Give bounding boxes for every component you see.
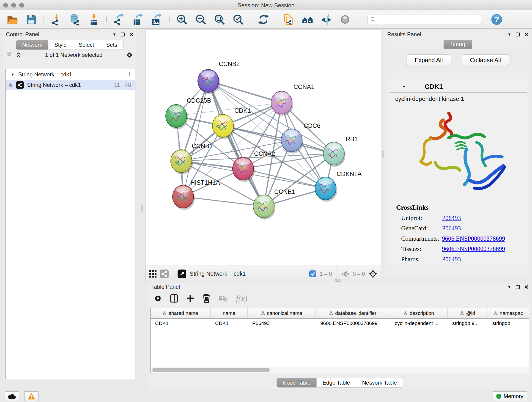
tab-sets[interactable]: Sets bbox=[100, 40, 123, 50]
hide-selected-button[interactable] bbox=[320, 13, 333, 26]
tab-node-table[interactable]: Node Table bbox=[277, 378, 317, 388]
search-field[interactable] bbox=[367, 15, 481, 24]
tab-edge-table[interactable]: Edge Table bbox=[317, 378, 356, 388]
table-cell[interactable]: 9606.ENSP00000378699 bbox=[316, 319, 390, 328]
show-columns-button[interactable] bbox=[170, 294, 178, 303]
column-header-description[interactable]: description bbox=[390, 308, 448, 318]
control-panel-close-icon[interactable]: × bbox=[129, 32, 133, 37]
network-node-ccna1[interactable]: CCNA1 bbox=[271, 83, 315, 116]
results-panel-float-icon[interactable] bbox=[516, 32, 520, 36]
collapse-all-chevron-icon[interactable] bbox=[16, 51, 22, 58]
table-cell[interactable]: cyclin-dependent ... bbox=[390, 319, 448, 328]
refresh-button[interactable] bbox=[257, 13, 270, 26]
delete-column-button[interactable] bbox=[203, 294, 210, 303]
crosslink-link[interactable]: P06493 bbox=[442, 215, 461, 222]
network-edge-hist1h1a-ccne1[interactable] bbox=[183, 197, 264, 206]
string-import-button[interactable] bbox=[282, 13, 295, 26]
network-view-title: String Network – cdk1 bbox=[190, 270, 246, 277]
tab-network[interactable]: Network bbox=[16, 40, 48, 50]
show-graphics-details-button[interactable] bbox=[339, 13, 351, 26]
gene-collapse-icon[interactable]: ▼ bbox=[402, 85, 406, 89]
tab-string[interactable]: String bbox=[443, 40, 472, 49]
tab-style[interactable]: Style bbox=[48, 40, 73, 50]
zoom-fit-button[interactable] bbox=[213, 13, 226, 26]
control-panel-float-icon[interactable] bbox=[121, 32, 125, 36]
network-overview-button[interactable] bbox=[301, 13, 314, 26]
expand-all-button[interactable]: Expand All bbox=[407, 54, 451, 66]
table-cell[interactable]: stringdb:9... bbox=[448, 319, 488, 328]
network-options-gear-icon[interactable] bbox=[126, 51, 133, 58]
control-panel-collapse-icon[interactable]: ▼ bbox=[113, 32, 116, 36]
export-network-button[interactable] bbox=[113, 13, 126, 26]
add-column-button[interactable] bbox=[186, 294, 194, 302]
column-header-namespac[interactable]: namespac bbox=[488, 308, 529, 318]
fit-content-button[interactable] bbox=[177, 269, 186, 279]
import-network-file-button[interactable] bbox=[50, 13, 63, 26]
left-splitter-handle[interactable] bbox=[141, 205, 143, 211]
node-label-cdc6: CDC6 bbox=[304, 122, 321, 129]
crosslink-link[interactable]: 9606.ENSP00000378699 bbox=[442, 235, 505, 242]
zoom-in-button[interactable] bbox=[176, 13, 188, 26]
network-node-cdkn1a[interactable]: CDKN1A bbox=[315, 171, 362, 202]
selected-nodes-checkbox-icon[interactable] bbox=[309, 270, 317, 278]
crosslink-link[interactable]: 9606.ENSP00000378699 bbox=[442, 245, 505, 253]
zoom-out-button[interactable] bbox=[194, 13, 207, 26]
crosslink-link[interactable]: P06493 bbox=[442, 225, 461, 232]
network-node-cdc25b[interactable]: CDC25B bbox=[166, 97, 211, 129]
network-node-ccnb2[interactable]: CCNB2 bbox=[198, 61, 240, 94]
collection-expand-icon[interactable]: ▼ bbox=[11, 73, 15, 77]
table-panel-close-icon[interactable]: × bbox=[524, 284, 528, 290]
column-header--id[interactable]: @id bbox=[448, 308, 488, 318]
table-row[interactable]: CDK1CDK1P064939606.ENSP00000378699cyclin… bbox=[151, 319, 529, 328]
column-header-shared-name[interactable]: shared name bbox=[151, 308, 210, 318]
network-view-type-button[interactable] bbox=[160, 269, 169, 279]
table-options-gear-button[interactable] bbox=[154, 294, 162, 302]
cloud-status-button[interactable] bbox=[5, 391, 19, 401]
table-horizontal-scrollbar[interactable] bbox=[151, 367, 529, 373]
network-node-rb1[interactable]: RB1 bbox=[323, 136, 358, 167]
table-cell[interactable]: CDK1 bbox=[151, 319, 210, 328]
results-panel-collapse-icon[interactable]: ▼ bbox=[507, 32, 511, 36]
export-image-button[interactable] bbox=[150, 13, 163, 26]
hidden-nodes-eye-icon[interactable] bbox=[341, 270, 350, 278]
network-edge-ccnb2-ccne1[interactable] bbox=[208, 81, 264, 206]
warning-status-button[interactable] bbox=[24, 391, 38, 401]
navigator-crosshair-button[interactable] bbox=[368, 269, 378, 279]
table-panel-collapse-icon[interactable]: ▼ bbox=[507, 285, 511, 289]
search-input[interactable] bbox=[376, 15, 479, 24]
column-header-name[interactable]: name bbox=[210, 308, 248, 318]
memory-button[interactable]: Memory bbox=[493, 391, 527, 401]
network-node-ccnb1[interactable]: CCNB1 bbox=[171, 143, 213, 174]
network-node-hist1h1a[interactable]: HIST1H1A bbox=[172, 179, 220, 210]
tab-network-table[interactable]: Network Table bbox=[356, 378, 403, 388]
column-header-canonical-name[interactable]: canonical name bbox=[248, 308, 316, 318]
tab-select[interactable]: Select bbox=[73, 40, 100, 50]
collapse-all-button[interactable]: Collapse All bbox=[462, 54, 509, 66]
export-table-button[interactable] bbox=[132, 13, 144, 26]
results-panel-close-icon[interactable]: × bbox=[524, 32, 528, 37]
open-session-button[interactable] bbox=[6, 13, 19, 26]
crosslink-link[interactable]: P06493 bbox=[442, 256, 461, 263]
network-node-ccne1[interactable]: CCNE1 bbox=[253, 188, 295, 220]
birdseye-view-button[interactable] bbox=[149, 270, 157, 278]
help-button[interactable]: ? bbox=[490, 13, 503, 26]
network-collection-row[interactable]: ▼ String Network – cdk1 1 bbox=[6, 69, 135, 80]
gene-section-header[interactable]: ▼ CDK1 bbox=[390, 81, 527, 93]
right-splitter-handle[interactable] bbox=[382, 151, 384, 158]
table-panel-float-icon[interactable] bbox=[516, 285, 520, 289]
network-canvas[interactable]: CCNB2CCNA1CDC25BCDK1CDC6RB1CCNB1CCNA2CDK… bbox=[146, 30, 381, 265]
save-session-button[interactable] bbox=[25, 13, 38, 26]
expand-all-chevron-icon[interactable] bbox=[6, 51, 12, 58]
import-network-database-button[interactable] bbox=[69, 13, 82, 26]
table-cell[interactable]: stringdb bbox=[488, 319, 529, 328]
bottom-splitter-handle[interactable] bbox=[335, 279, 341, 282]
import-table-file-button[interactable] bbox=[88, 13, 100, 26]
network-edge-ccna2-cdkn1a[interactable] bbox=[243, 169, 326, 188]
column-header-database-identifier[interactable]: database identifier bbox=[316, 308, 390, 318]
table-cell[interactable]: CDK1 bbox=[210, 319, 248, 328]
zoom-selected-button[interactable] bbox=[232, 13, 245, 26]
network-edge-cdk1-rb1[interactable] bbox=[223, 126, 334, 153]
network-row-selected[interactable]: String Network – cdk1 11 48 bbox=[6, 80, 135, 90]
scrollbar-thumb[interactable] bbox=[152, 368, 270, 372]
table-cell[interactable]: P06493 bbox=[248, 319, 316, 328]
